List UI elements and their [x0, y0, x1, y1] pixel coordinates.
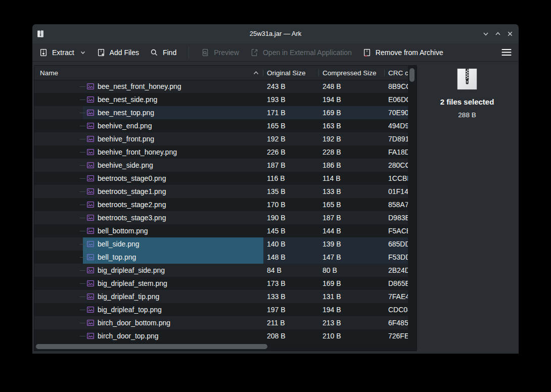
file-name: beehive_front_honey.png	[98, 145, 177, 159]
toolbar: Extract Add Files Find Preview	[32, 43, 519, 62]
extract-menu-chevron-icon	[80, 50, 86, 56]
open-external-button[interactable]: Open in External Application	[250, 48, 352, 57]
image-file-icon	[86, 187, 95, 195]
original-size-value: 170 B	[267, 198, 286, 211]
table-row[interactable]: beetroots_stage3.png190 B187 BD983E	[34, 211, 417, 224]
original-size-value: 116 B	[267, 172, 285, 185]
table-row[interactable]: bell_top.png148 B147 BF53DD	[34, 251, 417, 264]
horizontal-scrollbar-thumb[interactable]	[36, 344, 267, 349]
table-row[interactable]: big_dripleaf_top.png197 B194 BCDC08	[34, 303, 417, 316]
archive-add-icon	[97, 48, 105, 57]
minimize-button[interactable]	[482, 30, 489, 37]
column-header-original-size[interactable]: Original Size	[263, 66, 319, 80]
compressed-size-value: 187 B	[323, 211, 341, 224]
table-row[interactable]: beetroots_stage1.png135 B133 B01F14	[34, 185, 417, 198]
table-row[interactable]: beehive_side.png187 B186 B280CC	[34, 159, 417, 172]
image-file-icon	[86, 174, 95, 182]
preview-button[interactable]: Preview	[201, 48, 239, 57]
file-name: birch_door_bottom.png	[98, 316, 170, 329]
file-name: beetroots_stage1.png	[98, 185, 166, 198]
vertical-scrollbar[interactable]	[408, 66, 417, 342]
archive-file-view: Name Original Size Compressed Size CRC c…	[34, 65, 417, 351]
archive-remove-icon	[363, 48, 371, 57]
file-name: big_dripleaf_side.png	[98, 264, 165, 277]
table-row[interactable]: birch_door_top.png208 B210 B726FE	[34, 329, 417, 342]
table-row[interactable]: beetroots_stage2.png170 B165 B858A7	[34, 198, 417, 211]
crc-value: 858A7	[388, 198, 408, 211]
crc-value: 1CCBE	[388, 172, 408, 185]
file-name: bell_side.png	[98, 237, 140, 251]
image-file-icon	[86, 148, 95, 156]
column-header-crc[interactable]: CRC c	[385, 66, 408, 80]
compressed-size-value: 186 B	[323, 159, 341, 172]
file-name: bee_nest_side.png	[98, 93, 157, 106]
selection-size-label: 288 B	[458, 111, 476, 119]
column-header-name[interactable]: Name	[34, 66, 263, 80]
find-button[interactable]: Find	[150, 48, 176, 57]
table-row[interactable]: beetroots_stage0.png116 B114 B1CCBE	[34, 172, 417, 185]
sort-ascending-icon	[253, 71, 259, 75]
tree-branch-tick	[80, 231, 85, 231]
file-name: bell_top.png	[98, 251, 136, 264]
hamburger-menu-button[interactable]	[501, 48, 512, 56]
horizontal-scrollbar[interactable]	[34, 342, 417, 351]
table-row[interactable]: bell_bottom.png145 B144 BF5ACB	[34, 224, 417, 237]
compressed-size-value: 114 B	[323, 172, 341, 185]
crc-value: E06DC	[388, 93, 408, 106]
file-name: beetroots_stage2.png	[98, 198, 166, 211]
table-row[interactable]: birch_door_bottom.png211 B213 B6F485	[34, 316, 417, 329]
add-files-button[interactable]: Add Files	[97, 48, 139, 57]
table-row[interactable]: beehive_front_honey.png226 B228 BFA18D	[34, 145, 417, 159]
maximize-button[interactable]	[494, 30, 501, 37]
original-size-value: 192 B	[267, 132, 286, 145]
crc-value: D983E	[388, 211, 408, 224]
file-name: beetroots_stage0.png	[98, 172, 166, 185]
original-size-value: 190 B	[267, 211, 286, 224]
compressed-size-value: 165 B	[323, 198, 341, 211]
original-size-value: 171 B	[267, 106, 286, 119]
tree-branch-tick	[80, 100, 85, 100]
crc-value: D865E	[388, 277, 408, 290]
file-name: beehive_front.png	[98, 132, 154, 145]
table-row[interactable]: bee_nest_front_honey.png243 B248 B8B9CC	[34, 80, 417, 93]
image-file-icon	[86, 201, 95, 209]
compressed-size-value: 80 B	[323, 264, 337, 277]
tree-branch-tick	[80, 218, 85, 218]
toolbar-separator	[189, 47, 189, 58]
original-size-value: 84 B	[267, 264, 282, 277]
table-row[interactable]: big_dripleaf_stem.png173 B169 BD865E	[34, 277, 417, 290]
original-size-value: 133 B	[267, 290, 286, 303]
compressed-size-value: 147 B	[323, 251, 341, 264]
table-row[interactable]: bee_nest_top.png171 B169 B70E90	[34, 106, 417, 119]
file-name: birch_door_top.png	[98, 329, 159, 342]
crc-value: 280CC	[388, 159, 408, 172]
details-panel: 2 files selected 288 B	[417, 65, 517, 351]
table-header: Name Original Size Compressed Size CRC c	[34, 66, 408, 80]
file-name: big_dripleaf_top.png	[98, 303, 162, 316]
tree-branch-tick	[80, 257, 85, 258]
table-rows: bee_nest_front_honey.png243 B248 B8B9CCb…	[34, 80, 417, 342]
table-row[interactable]: big_dripleaf_side.png84 B80 B2B24D	[34, 264, 417, 277]
table-row[interactable]: beehive_end.png165 B163 B494D9	[34, 119, 417, 132]
crc-value: 01F14	[388, 185, 408, 198]
tree-branch-tick	[80, 86, 85, 87]
tree-branch-tick	[80, 113, 85, 113]
tree-branch-tick	[80, 152, 85, 153]
extract-button[interactable]: Extract	[39, 48, 86, 57]
table-row[interactable]: bell_side.png140 B139 B685DD	[34, 237, 417, 251]
column-header-compressed-size[interactable]: Compressed Size	[319, 66, 385, 80]
tree-branch-tick	[80, 205, 85, 205]
table-row[interactable]: bee_nest_side.png193 B194 BE06DC	[34, 93, 417, 106]
table-row[interactable]: beehive_front.png192 B192 B7D891	[34, 132, 417, 145]
table-row[interactable]: big_dripleaf_tip.png133 B131 B7FAE4	[34, 290, 417, 303]
image-file-icon	[86, 82, 95, 90]
original-size-value: 208 B	[267, 329, 286, 342]
tree-branch-tick	[80, 297, 85, 297]
image-file-icon	[86, 161, 95, 169]
archive-zip-icon	[455, 68, 479, 91]
vertical-scrollbar-thumb[interactable]	[409, 68, 415, 82]
crc-value: FA18D	[388, 145, 408, 159]
close-button[interactable]	[507, 30, 514, 37]
crc-value: 685DD	[388, 237, 408, 251]
remove-from-archive-button[interactable]: Remove from Archive	[363, 48, 443, 57]
